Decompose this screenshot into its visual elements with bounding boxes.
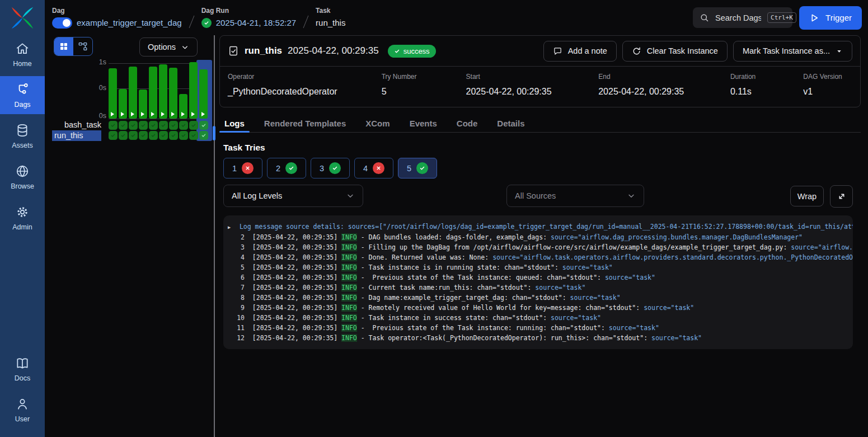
tab-logs[interactable]: Logs — [219, 115, 250, 132]
panel-resize-handle[interactable] — [213, 126, 215, 140]
task-instance-cell[interactable] — [119, 131, 128, 140]
log-source-link[interactable]: source="task" — [651, 334, 702, 342]
task-instance-cell[interactable] — [139, 131, 148, 140]
sidebar-item-admin[interactable]: Admin — [0, 199, 45, 237]
options-button[interactable]: Options — [139, 37, 198, 57]
tab-xcom[interactable]: XCom — [360, 115, 395, 132]
log-source-link[interactable]: source="task" — [535, 284, 585, 292]
task-instance-cell[interactable] — [119, 121, 128, 130]
log-message: - Task instance in success state: chan="… — [357, 314, 551, 322]
task-instance-cell[interactable] — [129, 121, 138, 130]
check-circle-icon — [416, 162, 428, 174]
sidebar-item-assets[interactable]: Assets — [0, 117, 45, 155]
play-icon — [141, 112, 144, 116]
log-source-link[interactable]: source="airflow.task.operators.airflow.p… — [492, 253, 853, 261]
task-instance-cell[interactable] — [179, 131, 188, 140]
task-try-5[interactable]: 5 — [398, 158, 437, 178]
task-instance-cell[interactable] — [199, 121, 208, 130]
log-line-number: 6 — [228, 272, 245, 283]
task-try-1[interactable]: 1 — [223, 158, 262, 178]
airflow-logo[interactable] — [0, 0, 45, 35]
log-source-link[interactable]: source="task" — [562, 264, 613, 271]
graph-view-button[interactable] — [73, 37, 92, 55]
log-source-link[interactable]: source="task" — [644, 304, 694, 312]
search-dags-box[interactable]: Ctrl+K — [693, 7, 792, 28]
dag-run-duration-bar[interactable] — [189, 62, 198, 119]
log-level-select[interactable]: All Log Levels — [223, 185, 363, 207]
log-timestamp: [2025-04-22, 00:29:35] — [245, 294, 341, 302]
tab-code[interactable]: Code — [452, 115, 483, 132]
log-source-select[interactable]: All Sources — [506, 185, 644, 207]
task-instance-cell[interactable] — [189, 121, 198, 130]
dag-run-duration-bar[interactable] — [139, 90, 147, 119]
log-source-link[interactable]: source="airflow.models.dagbag.DagBag" — [791, 243, 853, 251]
dag-run-duration-bar[interactable] — [159, 64, 167, 119]
log-line-number: 5 — [228, 262, 245, 272]
task-instance-cell[interactable] — [179, 121, 188, 130]
task-instance-panel: run_this 2025-04-22, 00:29:35 success Ad… — [219, 35, 861, 437]
tab-rendered-templates[interactable]: Rendered Templates — [259, 115, 351, 132]
dag-run-success-icon — [201, 18, 212, 28]
task-instance-cell[interactable] — [109, 121, 118, 130]
log-source-link[interactable]: source="task" — [551, 314, 601, 322]
meta-start: Start2025-04-22, 00:29:35 — [466, 73, 599, 97]
log-source-link[interactable]: source="task" — [609, 324, 659, 332]
x-circle-icon — [373, 162, 384, 174]
task-instance-cell[interactable] — [149, 131, 158, 140]
task-instance-cell[interactable] — [139, 121, 148, 130]
play-icon — [151, 112, 154, 116]
task-instance-cell[interactable] — [169, 131, 178, 140]
meta-try-number: Try Number5 — [382, 73, 466, 97]
task-try-4[interactable]: 4 — [354, 158, 393, 178]
task-instance-cell[interactable] — [159, 131, 168, 140]
task-instance-cell[interactable] — [149, 121, 158, 130]
task-row-label-bash_task[interactable]: bash_task — [52, 120, 101, 129]
task-instance-cell[interactable] — [189, 131, 198, 140]
task-instance-cell[interactable] — [109, 131, 118, 140]
fullscreen-button[interactable] — [830, 185, 853, 208]
task-instance-cell[interactable] — [199, 131, 208, 140]
task-instance-cell[interactable] — [159, 121, 168, 130]
dag-name-link[interactable]: example_trigger_target_dag — [77, 18, 182, 27]
task-instance-cell[interactable] — [129, 131, 138, 140]
log-source-expander-icon[interactable]: ▶ — [228, 222, 236, 232]
sidebar-item-dags[interactable]: Dags — [0, 76, 45, 114]
log-source-link[interactable]: source="airflow.dag_processing.bundles.m… — [551, 233, 803, 241]
sidebar-item-home[interactable]: Home — [0, 35, 45, 73]
log-level: INFO — [341, 284, 357, 292]
mark-task-instance-as-button[interactable]: Mark Task Instance as... — [733, 41, 852, 62]
grid-panel: Options 1s 0s 0s bash_taskrun_this — [45, 35, 214, 437]
log-message: - Previous state of the Task instance: q… — [357, 274, 605, 281]
task-row-label-run_this[interactable]: run_this — [52, 130, 101, 141]
dag-run-duration-bar[interactable] — [169, 68, 177, 119]
trigger-button[interactable]: Trigger — [799, 6, 862, 30]
task-try-2[interactable]: 2 — [267, 158, 306, 178]
dag-run-duration-bar[interactable] — [129, 67, 137, 119]
dag-run-label: Dag Run — [201, 7, 296, 15]
dag-pause-toggle[interactable] — [52, 17, 72, 29]
sidebar-item-browse[interactable]: Browse — [0, 158, 45, 196]
dag-run-date-link[interactable]: 2025-04-21, 18:52:27 — [216, 18, 296, 27]
task-instance-cell[interactable] — [169, 121, 178, 130]
add-note-button[interactable]: Add a note — [543, 41, 617, 62]
task-try-3[interactable]: 3 — [311, 158, 350, 178]
sidebar-item-docs[interactable]: Docs — [0, 350, 45, 388]
search-input[interactable] — [714, 13, 762, 23]
wrap-button[interactable]: Wrap — [790, 186, 824, 206]
dag-run-duration-bar[interactable] — [199, 69, 208, 119]
graph-icon — [78, 41, 88, 51]
task-name[interactable]: run_this — [316, 18, 345, 27]
log-source-link[interactable]: source="task" — [570, 294, 621, 302]
sidebar-item-user[interactable]: User — [0, 391, 45, 429]
tab-events[interactable]: Events — [405, 115, 442, 132]
dag-run-duration-bar[interactable] — [119, 89, 127, 119]
log-source-link[interactable]: source="task" — [605, 274, 655, 281]
dag-run-duration-bar[interactable] — [109, 68, 117, 119]
tab-details[interactable]: Details — [492, 115, 529, 132]
dag-run-duration-bar[interactable] — [179, 94, 187, 119]
search-icon — [700, 13, 709, 22]
dag-run-duration-bar[interactable] — [149, 67, 157, 119]
meta-label: Duration — [730, 73, 803, 81]
grid-view-button[interactable] — [54, 37, 73, 55]
clear-task-instance-button[interactable]: Clear Task Instance — [622, 41, 728, 62]
